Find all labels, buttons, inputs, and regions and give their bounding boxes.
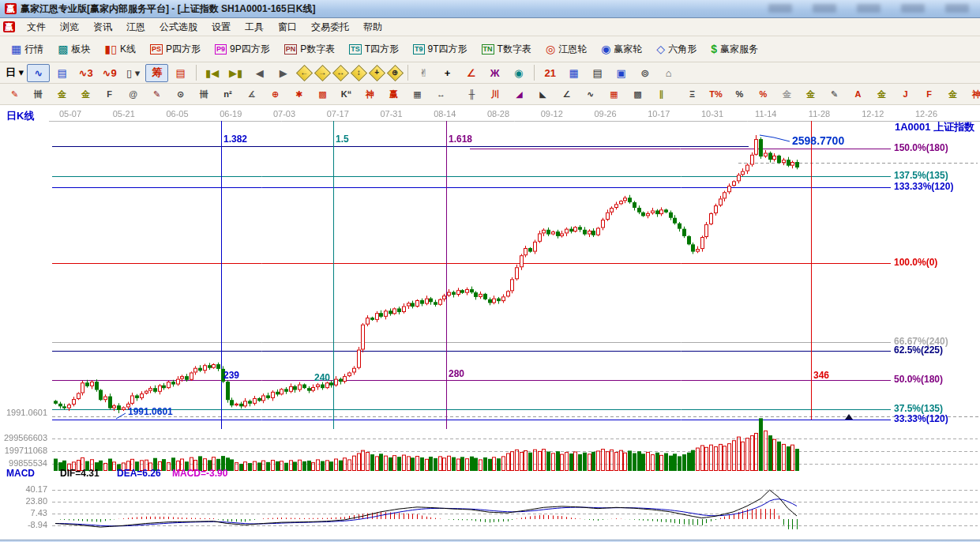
toolbar-item-label: T四方形	[365, 43, 399, 56]
menu-item-7[interactable]: 窗口	[271, 19, 304, 36]
step-back[interactable]: ◀	[248, 64, 271, 82]
toolbar-item-winner-wheel[interactable]: ◉赢家轮	[595, 40, 648, 59]
zoom-all-diamond[interactable]: ⊕	[386, 65, 404, 81]
spiral-tool[interactable]: @	[122, 85, 145, 104]
comb2-tool[interactable]: 卌	[193, 85, 216, 104]
step-forward[interactable]: ▶	[272, 64, 295, 82]
toolbar-item-t-square[interactable]: TST四方形	[343, 40, 405, 59]
zoom-h-diamond[interactable]: ↔	[332, 65, 349, 81]
fan-purple-tool[interactable]: ◢	[508, 85, 531, 104]
menu-item-1[interactable]: 浏览	[53, 19, 86, 36]
gold-circle-tool[interactable]: 金	[775, 85, 798, 104]
toolbar-item-9p-square[interactable]: P99P四方形	[208, 40, 276, 59]
histogram-tool[interactable]: ▤	[169, 64, 192, 82]
menu-item-3[interactable]: 江恩	[119, 19, 152, 36]
candle-style-dropdown[interactable]: ▯ ▾	[122, 64, 145, 82]
chip-tool[interactable]: 筹	[145, 64, 168, 82]
pencil-tool[interactable]: ✎	[3, 85, 26, 104]
angle-lines-tool[interactable]: ∠	[555, 85, 578, 104]
zoom-v-diamond-icon: ↕	[357, 69, 361, 77]
ying-grid-tool[interactable]: 赢	[382, 85, 405, 104]
send-tool[interactable]: ⊚	[633, 64, 656, 82]
fan-dark-tool[interactable]: ◣	[531, 85, 554, 104]
title-bar: 赢 赢家江恩专业版[赢家内部服务平台] - [上证指数 SH1A0001-165…	[0, 0, 980, 18]
toolbar-item-t-number-table[interactable]: TNT数字表	[475, 40, 538, 59]
grid-dark-tool[interactable]: ▩	[626, 85, 649, 104]
parallel-tool[interactable]: ∥	[650, 85, 673, 104]
toolbar-item-p-square[interactable]: PSP四方形	[144, 40, 207, 59]
menu-item-2[interactable]: 资讯	[86, 19, 119, 36]
pencil-angle-tool[interactable]: ✎	[145, 85, 168, 104]
menu-item-0[interactable]: 文件	[20, 19, 53, 36]
percent-line-tool[interactable]: %	[752, 85, 775, 104]
smart-tool[interactable]: ◉	[507, 64, 530, 82]
k-quote-tool[interactable]: K“	[335, 85, 358, 104]
zoom-left-diamond[interactable]: ←	[295, 65, 313, 81]
gold-line2-tool[interactable]: 金	[870, 85, 893, 104]
menu-item-6[interactable]: 工具	[238, 19, 271, 36]
web-tool[interactable]: ✱	[287, 85, 310, 104]
wave-9-tool[interactable]: ∿9	[98, 64, 121, 82]
web-box-tool[interactable]: ▩	[311, 85, 334, 104]
menu-item-4[interactable]: 公式选股	[152, 19, 205, 36]
toolbar-item-label: 9P四方形	[230, 43, 270, 56]
gann-marker-tool[interactable]: Ж	[483, 64, 506, 82]
angle-measure-tool[interactable]: ∠	[460, 64, 482, 82]
f-angle-tool[interactable]: F	[918, 85, 941, 104]
toolbar-item-p-number-table[interactable]: PNP数字表	[278, 40, 342, 59]
gold-grid-tool[interactable]: 金	[51, 85, 73, 104]
save-tool[interactable]: ▣	[610, 64, 633, 82]
shen-grid-tool[interactable]: 神	[359, 85, 381, 104]
zoom-v-diamond[interactable]: ↕	[350, 65, 367, 81]
percent-tool[interactable]: %	[728, 85, 751, 104]
span-arrow-tool[interactable]: ↔	[430, 85, 452, 104]
toolbar-item-9t-square[interactable]: T99T四方形	[407, 40, 474, 59]
toolbar-item-hexagon[interactable]: ◇六角形	[650, 40, 703, 59]
h-frame-tool[interactable]: ╫	[460, 85, 483, 104]
j-angle-tool[interactable]: J	[894, 85, 917, 104]
wave-3-tool[interactable]: ∿3	[74, 64, 97, 82]
hexagon-icon: ◇	[656, 43, 665, 55]
ladder-tool[interactable]: Ξ	[681, 85, 704, 104]
zoom-in-diamond[interactable]: +	[368, 65, 385, 81]
fan-red-tool[interactable]: 川	[484, 85, 507, 104]
crosshair-tool[interactable]: +	[436, 64, 459, 82]
toolbar-item-winner-service[interactable]: $赢家服务	[704, 40, 764, 59]
menu-item-9[interactable]: 帮助	[356, 19, 389, 36]
skip-to-start[interactable]: ▮◀	[201, 64, 223, 82]
menu-item-8[interactable]: 交易委托	[304, 19, 356, 36]
pan-hand-tool[interactable]: ✌	[412, 64, 435, 82]
shen-angle-tool[interactable]: 神	[965, 85, 980, 104]
candle-pencil-tool[interactable]: ✎	[823, 85, 846, 104]
toolbar-item-label: 9T四方形	[428, 43, 467, 56]
t-percent-tool[interactable]: T%	[704, 85, 727, 104]
grid-red-tool[interactable]: ▦	[603, 85, 625, 104]
zigzag-tool[interactable]: ∿	[27, 64, 50, 82]
target-cross-tool[interactable]: ⊕	[264, 85, 287, 104]
toolbar-item-sectors[interactable]: ▩板块	[51, 40, 96, 59]
gold-angle-tool[interactable]: 金	[941, 85, 964, 104]
f-grid-tool[interactable]: F	[98, 85, 121, 104]
calculator-tool[interactable]: ▦	[562, 64, 585, 82]
gold-line-tool[interactable]: 金	[799, 85, 822, 104]
menu-item-5[interactable]: 设置	[205, 19, 238, 36]
skip-to-end[interactable]: ▶▮	[224, 64, 247, 82]
workstation-tool[interactable]: ⌂	[657, 64, 680, 82]
compass-circle-tool[interactable]: ⊙	[169, 85, 192, 104]
toolbar-item-kline[interactable]: ▮▯K线	[98, 40, 141, 59]
grid-123-tool[interactable]: ▦	[406, 85, 429, 104]
n-squared-tool[interactable]: n²	[216, 85, 239, 104]
toolbar-item-label: 板块	[71, 43, 90, 56]
notepad-tool[interactable]: ▤	[586, 64, 609, 82]
info-doc-tool[interactable]: ▤	[51, 64, 73, 82]
zoom-right-diamond[interactable]: →	[314, 65, 331, 81]
toolbar-item-gann-wheel[interactable]: ◎江恩轮	[539, 40, 593, 59]
period-day-dropdown[interactable]: 日 ▾	[3, 64, 26, 82]
angle-a-tool[interactable]: ∡	[240, 85, 263, 104]
comb-lines-tool[interactable]: 卌	[27, 85, 50, 104]
v-wave-tool[interactable]: ∿	[579, 85, 602, 104]
calendar-tool[interactable]: 21	[539, 64, 561, 82]
gold-grid2-tool[interactable]: 金	[74, 85, 97, 104]
a-wave-tool[interactable]: A	[847, 85, 869, 104]
toolbar-item-quotes[interactable]: ▦行情	[5, 40, 50, 59]
